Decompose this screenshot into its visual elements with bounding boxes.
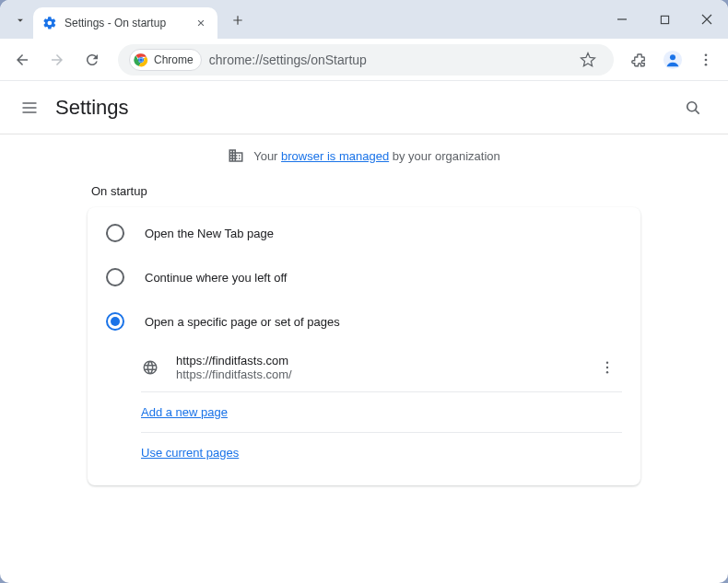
page-entry-url: https://finditfasts.com/ [176, 367, 593, 381]
arrow-right-icon [49, 52, 65, 68]
svg-point-5 [139, 58, 143, 62]
star-icon [580, 52, 596, 68]
svg-point-9 [705, 58, 708, 61]
titlebar: Settings - On startup [0, 0, 728, 39]
page-title: Settings [55, 96, 676, 120]
use-current-pages-row: Use current pages [141, 433, 622, 472]
radio-label: Open a specific page or set of pages [145, 315, 340, 329]
radio-button[interactable] [106, 224, 124, 242]
plus-icon [231, 14, 244, 27]
page-entry-title: https://finditfasts.com [176, 354, 593, 367]
svg-point-12 [606, 362, 608, 364]
radio-option-continue[interactable]: Continue where you left off [88, 255, 640, 299]
arrow-left-icon [14, 52, 30, 68]
maximize-icon [660, 15, 670, 25]
back-button[interactable] [7, 45, 37, 75]
chrome-logo-icon [134, 52, 148, 67]
extension-icon [631, 52, 648, 68]
add-new-page-row: Add a new page [141, 392, 622, 433]
globe-icon [141, 358, 159, 377]
page-info: https://finditfasts.com https://finditfa… [176, 354, 593, 381]
person-icon [663, 50, 683, 70]
svg-point-8 [705, 53, 708, 56]
tab-title: Settings - On startup [65, 17, 194, 29]
profile-button[interactable] [660, 47, 686, 73]
radio-option-specific-pages[interactable]: Open a specific page or set of pages [88, 299, 640, 344]
close-icon [701, 14, 712, 25]
hamburger-icon [20, 99, 39, 117]
chrome-menu-button[interactable] [691, 45, 721, 75]
svg-rect-0 [661, 16, 668, 23]
extensions-button[interactable] [625, 45, 654, 75]
startup-options-card: Open the New Tab page Continue where you… [88, 207, 640, 485]
minimize-icon [616, 14, 628, 25]
svg-point-13 [606, 367, 608, 368]
on-startup-section: On startup Open the New Tab page Continu… [88, 184, 640, 485]
chevron-down-icon [14, 14, 27, 27]
settings-header: Settings [0, 81, 728, 134]
managed-link[interactable]: browser is managed [281, 149, 389, 163]
browser-tab[interactable]: Settings - On startup [33, 7, 217, 39]
toolbar: Chrome [0, 39, 728, 81]
minimize-button[interactable] [601, 0, 643, 39]
bookmark-button[interactable] [573, 45, 603, 75]
section-label: On startup [88, 184, 640, 198]
page-entry-more-button[interactable] [593, 353, 622, 382]
url-input[interactable] [209, 52, 566, 67]
maximize-button[interactable] [643, 0, 686, 39]
search-icon [684, 99, 702, 117]
more-vert-icon [599, 359, 616, 376]
reload-icon [84, 52, 100, 68]
new-tab-button[interactable] [225, 7, 251, 33]
svg-point-14 [606, 371, 608, 373]
more-vert-icon [698, 52, 714, 68]
tab-close-button[interactable] [194, 16, 208, 30]
radio-button[interactable] [106, 268, 124, 286]
startup-page-entry: https://finditfasts.com https://finditfa… [141, 344, 622, 392]
radio-label: Continue where you left off [145, 271, 287, 285]
forward-button[interactable] [42, 45, 72, 75]
svg-point-7 [670, 54, 675, 60]
window-controls [601, 0, 728, 39]
address-bar[interactable]: Chrome [118, 44, 614, 76]
managed-text: Your browser is managed by your organiza… [253, 149, 500, 163]
settings-gear-icon [42, 16, 57, 30]
svg-point-11 [687, 101, 697, 111]
settings-content: Your browser is managed by your organiza… [0, 134, 728, 485]
radio-button[interactable] [106, 312, 124, 331]
use-current-pages-link[interactable]: Use current pages [141, 446, 239, 460]
reload-button[interactable] [77, 45, 107, 75]
svg-point-10 [705, 63, 708, 65]
add-new-page-link[interactable]: Add a new page [141, 405, 228, 419]
tab-search-button[interactable] [7, 7, 33, 33]
domain-icon [228, 147, 244, 164]
site-chip[interactable]: Chrome [129, 49, 202, 71]
radio-label: Open the New Tab page [145, 227, 274, 240]
menu-button[interactable] [18, 97, 41, 119]
browser-window: Settings - On startup [0, 0, 728, 583]
close-icon [196, 18, 205, 28]
close-window-button[interactable] [686, 0, 728, 39]
search-settings-button[interactable] [676, 91, 710, 124]
managed-banner: Your browser is managed by your organiza… [0, 147, 728, 164]
startup-pages-list: https://finditfasts.com https://finditfa… [141, 344, 622, 472]
radio-option-new-tab[interactable]: Open the New Tab page [88, 211, 640, 255]
chip-label: Chrome [154, 53, 194, 66]
